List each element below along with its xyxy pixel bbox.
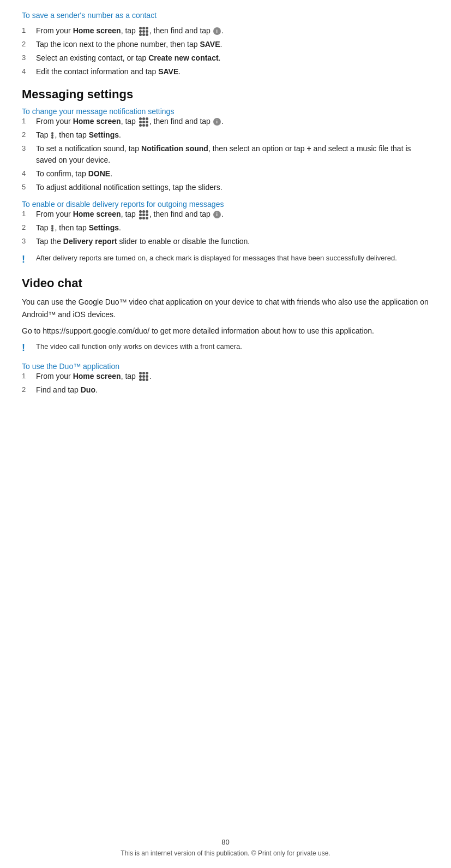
step-text: From your Home screen, tap , then find a… [36,209,224,220]
step-text: From your Home screen, tap , then find a… [36,25,224,37]
notification-steps: 1 From your Home screen, tap , then find… [22,116,429,193]
exclamation-icon: ! [22,253,33,266]
video-chat-body1: You can use the Google Duo™ video chat a… [22,296,429,320]
step-num: 2 [22,129,33,141]
page-container: To save a sender's number as a contact 1… [0,0,451,434]
save2-bold: SAVE [158,67,178,76]
footer-copyright: This is an internet version of this publ… [0,849,451,857]
step-num: 2 [22,384,33,396]
video-note: The video call function only works on de… [36,341,242,352]
homescreen-bold: Home screen [73,210,121,218]
homescreen-bold: Home screen [73,372,121,381]
video-chat-section: Video chat You can use the Google Duo™ v… [22,276,429,395]
homescreen-bold: Home screen [73,117,121,126]
plus-bold: + [306,144,311,153]
step-num: 1 [22,116,33,127]
video-chat-heading: Video chat [22,276,429,290]
step-4: 4 Edit the contact information and tap S… [22,66,429,78]
step-text: To adjust additional notification settin… [36,182,223,193]
step-num: 2 [22,39,33,50]
step-text: From your Home screen, tap . [36,371,152,382]
delivery-step-1: 1 From your Home screen, tap , then find… [22,209,429,220]
page-number: 80 [0,838,451,846]
duo-step-2: 2 Find and tap Duo. [22,384,429,396]
step-1: 1 From your Home screen, tap , then find… [22,25,429,37]
duo-subheading: To use the Duo™ application [22,362,119,371]
delivery-note: After delivery reports are turned on, a … [36,253,397,264]
step-num: 3 [22,236,33,247]
step-text: Tap the icon next to the phone number, t… [36,39,222,50]
delivery-step-2: 2 Tap , then tap Settings. [22,222,429,234]
done-bold: DONE [88,169,110,178]
save-sender-steps: 1 From your Home screen, tap , then find… [22,25,429,78]
messaging-section: Messaging settings To change your messag… [22,87,429,266]
step-text: Select an existing contact, or tap Creat… [36,52,221,64]
save-bold: SAVE [200,40,220,49]
messaging-heading: Messaging settings [22,87,429,102]
duo-subsection: To use the Duo™ application 1 From your … [22,362,429,396]
homescreen-bold: Home screen [73,26,121,35]
step-text: Tap the Delivery report slider to enable… [36,236,250,247]
step-num: 4 [22,168,33,180]
step-num: 2 [22,222,33,234]
delivery-note-block: ! After delivery reports are turned on, … [22,253,429,266]
menu-icon [51,225,53,231]
notif-step-2: 2 Tap , then tap Settings. [22,129,429,141]
apps-icon [139,372,148,381]
step-text: To confirm, tap DONE. [36,168,112,180]
duo-steps: 1 From your Home screen, tap . 2 Find an… [22,371,429,396]
notification-subheading: To change your message notification sett… [22,107,174,116]
step-text: Tap , then tap Settings. [36,222,121,234]
page-footer: 80 This is an internet version of this p… [0,838,451,857]
apps-icon [139,27,148,36]
step-num: 3 [22,143,33,166]
video-chat-body2: Go to https://support.google.com/duo/ to… [22,325,429,337]
info-icon: i [213,27,221,35]
apps-icon [139,210,148,219]
duo-step-1: 1 From your Home screen, tap . [22,371,429,382]
info-icon: i [213,211,221,218]
step-text: To set a notification sound, tap Notific… [36,143,429,166]
delivery-step-3: 3 Tap the Delivery report slider to enab… [22,236,429,247]
save-sender-heading: To save a sender's number as a contact [22,11,429,20]
exclamation-icon-2: ! [22,341,33,355]
delivery-report-bold: Delivery report [63,237,117,246]
step-3: 3 Select an existing contact, or tap Cre… [22,52,429,64]
menu-icon [51,132,53,139]
step-num: 1 [22,371,33,382]
notif-step-3: 3 To set a notification sound, tap Notif… [22,143,429,166]
notif-sound-bold: Notification sound [141,144,208,153]
save-sender-section: To save a sender's number as a contact 1… [22,11,429,78]
settings-bold: Settings [89,130,119,139]
delivery-steps: 1 From your Home screen, tap , then find… [22,209,429,247]
delivery-subheading: To enable or disable delivery reports fo… [22,200,224,209]
create-contact-bold: Create new contact [148,53,218,62]
step-num: 4 [22,66,33,78]
step-num: 1 [22,209,33,220]
duo-bold: Duo [81,385,95,394]
notif-step-1: 1 From your Home screen, tap , then find… [22,116,429,127]
step-text: Tap , then tap Settings. [36,129,121,141]
notification-subsection: To change your message notification sett… [22,107,429,193]
step-text: Find and tap Duo. [36,384,98,396]
step-2: 2 Tap the icon next to the phone number,… [22,39,429,50]
delivery-subsection: To enable or disable delivery reports fo… [22,200,429,266]
step-text: From your Home screen, tap , then find a… [36,116,224,127]
step-num: 5 [22,182,33,193]
step-num: 3 [22,52,33,64]
info-icon: i [213,118,221,126]
step-num: 1 [22,25,33,37]
apps-icon [139,117,148,127]
step-text: Edit the contact information and tap SAV… [36,66,181,78]
notif-step-4: 4 To confirm, tap DONE. [22,168,429,180]
settings-bold: Settings [89,223,119,232]
video-note-block: ! The video call function only works on … [22,341,429,355]
notif-step-5: 5 To adjust additional notification sett… [22,182,429,193]
